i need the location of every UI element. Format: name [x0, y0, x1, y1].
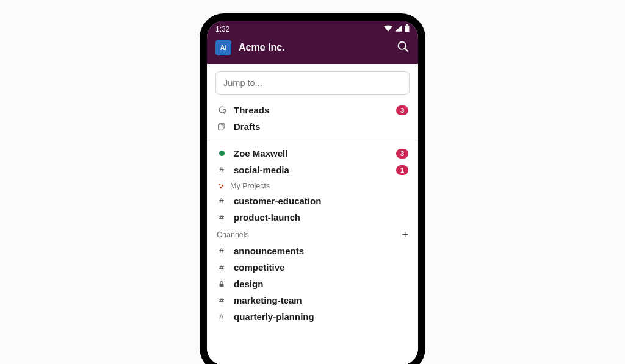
dm-badge: 3	[396, 149, 408, 159]
svg-rect-5	[219, 124, 223, 130]
nav-threads[interactable]: Threads 3	[207, 102, 418, 118]
svg-point-8	[219, 187, 221, 188]
nav-threads-label: Threads	[234, 105, 389, 115]
hash-icon: #	[217, 296, 226, 305]
wifi-icon	[384, 25, 392, 34]
jump-to-wrap	[207, 64, 418, 102]
lock-icon	[217, 280, 226, 288]
hash-icon: #	[217, 196, 226, 206]
header: 1:32 AI Acme Inc.	[207, 21, 418, 64]
sidebar-content: Threads 3 Drafts Zoe Maxwell 3 # social-…	[207, 64, 418, 364]
svg-rect-9	[220, 284, 224, 287]
channel-competitive[interactable]: # competitive	[207, 259, 418, 276]
channel-product-launch[interactable]: # product-launch	[207, 209, 418, 226]
divider	[207, 140, 418, 140]
channel-design[interactable]: design	[207, 276, 418, 292]
dm-zoe-maxwell[interactable]: Zoe Maxwell 3	[207, 145, 418, 162]
hash-icon: #	[217, 263, 226, 273]
section-title: My Projects	[230, 182, 408, 190]
status-time: 1:32	[215, 25, 229, 34]
status-bar: 1:32	[207, 21, 418, 35]
channel-label: competitive	[234, 262, 408, 273]
channel-social-media[interactable]: # social-media 1	[207, 162, 418, 178]
hash-icon: #	[217, 213, 226, 223]
section-channels-header[interactable]: Channels +	[207, 226, 418, 243]
screen: 1:32 AI Acme Inc.	[207, 21, 418, 364]
drafts-icon	[217, 122, 226, 131]
channel-badge: 1	[396, 165, 408, 175]
threads-icon	[217, 105, 226, 115]
nav-drafts[interactable]: Drafts	[207, 118, 418, 135]
folder-emoji-icon	[217, 182, 225, 190]
channel-quarterly-planning[interactable]: # quarterly-planning	[207, 309, 418, 325]
svg-rect-1	[406, 24, 408, 26]
section-title: Channels	[217, 230, 397, 239]
svg-rect-0	[405, 26, 410, 32]
hash-icon: #	[217, 165, 226, 175]
svg-point-6	[219, 184, 220, 185]
channel-announcements[interactable]: # announcements	[207, 243, 418, 259]
presence-icon	[217, 151, 226, 156]
hash-icon: #	[217, 312, 226, 322]
threads-badge: 3	[396, 105, 408, 115]
signal-icon	[395, 25, 402, 34]
channel-label: customer-education	[234, 196, 408, 206]
search-button[interactable]	[397, 40, 410, 55]
top-bar: AI Acme Inc.	[207, 35, 418, 64]
hash-icon: #	[217, 246, 226, 256]
section-my-projects-header[interactable]: My Projects	[207, 178, 418, 193]
channel-label: marketing-team	[234, 295, 408, 305]
channel-label: social-media	[234, 165, 389, 175]
svg-line-3	[405, 48, 408, 51]
jump-to-input[interactable]	[215, 71, 410, 95]
channel-marketing-team[interactable]: # marketing-team	[207, 292, 418, 309]
dm-label: Zoe Maxwell	[234, 148, 389, 159]
nav-drafts-label: Drafts	[234, 121, 408, 132]
channel-label: product-launch	[234, 212, 408, 223]
channel-label: announcements	[234, 246, 408, 256]
channel-customer-education[interactable]: # customer-education	[207, 193, 418, 209]
status-icons	[384, 24, 410, 34]
phone-frame: 1:32 AI Acme Inc.	[200, 13, 425, 364]
channel-label: design	[234, 279, 408, 289]
add-channel-button[interactable]: +	[402, 229, 408, 240]
svg-point-2	[399, 41, 406, 49]
svg-point-7	[222, 184, 223, 186]
channel-label: quarterly-planning	[234, 312, 408, 322]
battery-icon	[405, 24, 410, 34]
workspace-name[interactable]: Acme Inc.	[239, 42, 389, 53]
workspace-avatar[interactable]: AI	[215, 40, 231, 55]
